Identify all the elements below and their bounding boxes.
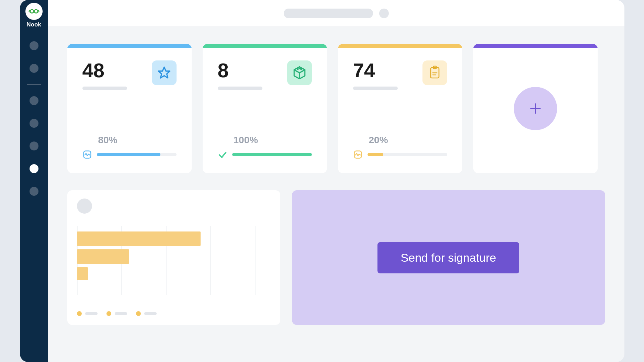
cube-icon [287,60,312,85]
nav-item-4[interactable] [30,119,38,128]
card-accent [338,44,462,48]
legend-item-3 [136,311,157,316]
main-area: 48 80% [48,0,624,362]
svg-point-5 [300,68,301,69]
stat-label-placeholder [82,87,127,90]
bar-chart [77,226,256,295]
svg-marker-2 [158,67,170,78]
progress-bar [368,153,447,156]
pulse-icon [353,150,363,159]
add-card[interactable] [473,44,598,173]
card-accent [203,44,327,48]
nav-item-6-active[interactable] [30,164,38,173]
nav-divider [27,84,41,85]
progress-percent: 20% [369,135,447,146]
app-window: Nook [20,0,624,362]
nav-item-1[interactable] [30,41,38,50]
stats-row: 48 80% [67,44,605,173]
sidebar: Nook [20,0,48,362]
stat-value: 8 [218,60,262,80]
card-accent [473,44,598,48]
pulse-icon [82,150,92,159]
stat-card-3[interactable]: 74 [338,44,462,173]
card-accent [67,44,192,48]
send-for-signature-button[interactable]: Send for signature [377,242,520,273]
top-bar [48,0,624,27]
chart-avatar-placeholder [77,199,92,214]
progress-bar [232,153,312,156]
logo-icon [25,3,43,20]
nav-item-7[interactable] [30,187,38,196]
legend-item-2 [106,311,127,316]
chart-bar-2 [77,249,129,264]
plus-icon [529,102,542,115]
svg-point-1 [34,10,38,13]
add-button[interactable] [514,87,557,130]
progress-percent: 80% [98,135,177,146]
star-icon [152,60,177,85]
stat-card-2[interactable]: 8 [203,44,327,173]
legend-item-1 [77,311,98,316]
nav-item-2[interactable] [30,64,38,73]
chart-legend [77,311,157,316]
progress-percent: 100% [234,135,312,146]
clipboard-icon [422,60,447,85]
cta-panel: Send for signature [292,190,605,325]
stat-label-placeholder [353,87,398,90]
logo[interactable]: Nook [25,3,43,28]
bottom-row: Send for signature [67,190,605,325]
stat-label-placeholder [218,87,262,90]
svg-point-4 [297,68,298,69]
check-icon [218,150,227,159]
search-placeholder[interactable] [284,9,373,18]
stat-value: 48 [82,60,127,80]
svg-point-6 [301,69,302,70]
nav-item-5[interactable] [30,142,38,150]
chart-card[interactable] [67,190,280,325]
app-name: Nook [26,21,41,28]
avatar-placeholder[interactable] [379,9,389,18]
svg-point-0 [30,10,34,13]
progress-bar [97,153,177,156]
chart-bar-1 [77,231,201,246]
content: 48 80% [48,27,624,342]
chart-bar-3 [77,267,88,280]
stat-value: 74 [353,60,398,80]
nav-item-3[interactable] [30,96,38,105]
stat-card-1[interactable]: 48 80% [67,44,192,173]
